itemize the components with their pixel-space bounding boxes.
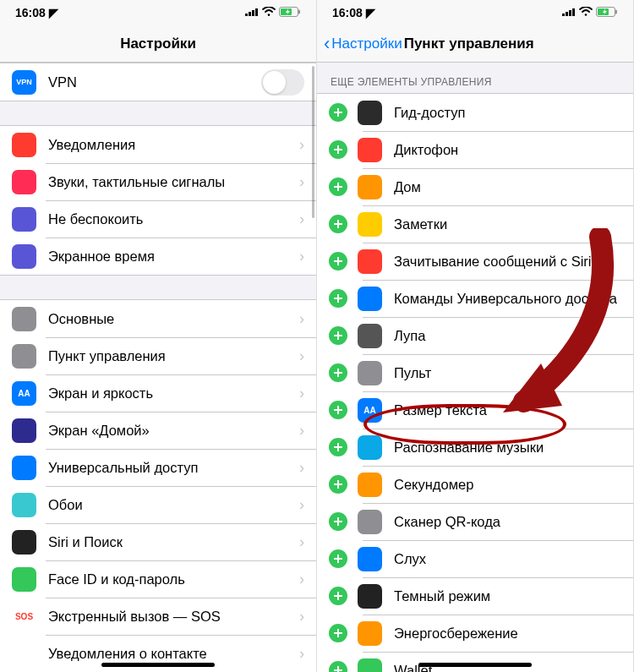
row-label: Siri и Поиск — [48, 534, 294, 550]
home-indicator[interactable] — [418, 663, 532, 667]
row-label: Диктофон — [394, 142, 621, 158]
settings-row[interactable]: Секундомер — [317, 466, 633, 503]
add-button[interactable] — [329, 215, 347, 233]
settings-row[interactable]: Зачитывание сообщений с Siri — [317, 243, 633, 280]
nav-bar: ‹ Настройки Пункт управления — [317, 25, 633, 63]
row-label: Экран и яркость — [48, 385, 294, 402]
add-button[interactable] — [329, 326, 347, 345]
add-button[interactable] — [329, 363, 347, 382]
signal-icon — [562, 6, 576, 19]
settings-row[interactable]: Команды Универсального доступа — [317, 280, 633, 317]
row-icon — [358, 658, 382, 673]
row-icon — [358, 547, 382, 571]
settings-row[interactable]: Универсальный доступ› — [0, 449, 316, 486]
add-button[interactable] — [329, 140, 347, 159]
add-button[interactable] — [329, 438, 347, 456]
row-icon: SOS — [12, 604, 36, 629]
add-button[interactable] — [329, 512, 347, 531]
add-button[interactable] — [329, 475, 347, 494]
svg-rect-11 — [572, 8, 575, 16]
settings-row[interactable]: Экранное время› — [0, 238, 316, 275]
settings-row[interactable]: Слух — [317, 540, 633, 577]
row-label: Лупа — [394, 328, 621, 344]
back-button[interactable]: ‹ Настройки — [317, 35, 402, 53]
home-indicator[interactable] — [101, 663, 215, 667]
vpn-toggle[interactable] — [261, 69, 304, 96]
row-icon — [12, 244, 36, 269]
chevron-left-icon: ‹ — [324, 35, 330, 53]
row-label: Секундомер — [394, 477, 621, 493]
settings-row[interactable]: Пункт управления› — [0, 337, 316, 374]
control-center-screen: 16:08 ◤ ‹ Настройки Пункт управления ЕЩЕ… — [317, 0, 634, 672]
chevron-right-icon: › — [299, 533, 304, 551]
status-time: 16:08 — [15, 6, 46, 19]
settings-row[interactable]: Обои› — [0, 486, 316, 523]
settings-row[interactable]: Лупа — [317, 317, 633, 354]
add-button[interactable] — [329, 549, 347, 568]
svg-rect-8 — [562, 14, 565, 16]
location-icon: ◤ — [49, 6, 58, 19]
row-label: Пункт управления — [48, 348, 294, 364]
row-label: Не беспокоить — [48, 211, 294, 227]
svg-rect-14 — [598, 8, 609, 15]
add-button[interactable] — [329, 624, 347, 642]
row-icon — [358, 361, 382, 385]
row-icon — [358, 473, 382, 497]
add-button[interactable] — [329, 661, 347, 672]
group-notifications: Уведомления›Звуки, тактильные сигналы›Не… — [0, 125, 316, 276]
row-icon — [12, 133, 36, 157]
add-button[interactable] — [329, 401, 347, 419]
section-header: ЕЩЕ ЭЛЕМЕНТЫ УПРАВЛЕНИЯ — [317, 63, 633, 93]
settings-row[interactable]: Распознавание музыки — [317, 429, 633, 466]
row-icon — [358, 435, 382, 460]
settings-row[interactable]: AAРазмер текста — [317, 391, 633, 429]
settings-row[interactable]: SOSЭкстренный вызов — SOS› — [0, 598, 316, 635]
svg-rect-10 — [569, 10, 571, 16]
settings-row[interactable]: Не беспокоить› — [0, 200, 316, 238]
settings-row[interactable]: Заметки — [317, 205, 633, 243]
row-label: Дом — [394, 179, 621, 195]
settings-row[interactable]: Гид-доступ — [317, 94, 633, 131]
vpn-icon: VPN — [12, 70, 36, 95]
row-icon — [358, 138, 382, 162]
row-icon — [358, 249, 382, 274]
settings-row[interactable]: Дом — [317, 168, 633, 205]
settings-row[interactable]: Пульт — [317, 354, 633, 391]
add-button[interactable] — [329, 252, 347, 270]
settings-row[interactable]: Диктофон — [317, 131, 633, 168]
settings-row[interactable]: Темный режим — [317, 577, 633, 615]
row-icon: AA — [358, 398, 382, 423]
signal-icon — [245, 6, 259, 19]
settings-row[interactable]: Face ID и код-пароль› — [0, 560, 316, 598]
row-icon — [12, 530, 36, 555]
settings-row[interactable]: Экран «Домой»› — [0, 412, 316, 449]
settings-row[interactable]: Энергосбережение — [317, 615, 633, 652]
row-icon — [358, 212, 382, 237]
row-label: Заметки — [394, 216, 621, 232]
add-button[interactable] — [329, 178, 347, 196]
settings-row[interactable]: Wallet — [317, 652, 633, 672]
chevron-right-icon: › — [299, 571, 304, 588]
more-controls-list: Гид-доступДиктофонДомЗаметкиЗачитывание … — [317, 93, 633, 672]
row-icon — [12, 456, 36, 480]
settings-row[interactable]: Основные› — [0, 300, 316, 337]
row-icon — [12, 207, 36, 232]
row-vpn[interactable]: VPN VPN — [0, 63, 316, 101]
row-label: Основные — [48, 311, 294, 327]
row-icon — [358, 584, 382, 609]
wifi-icon — [579, 6, 593, 19]
settings-row[interactable]: Уведомления› — [0, 126, 316, 163]
settings-row[interactable]: AAЭкран и яркость› — [0, 374, 316, 412]
control-content[interactable]: ЕЩЕ ЭЛЕМЕНТЫ УПРАВЛЕНИЯ Гид-доступДиктоф… — [317, 63, 633, 672]
settings-row[interactable]: Сканер QR-кода — [317, 503, 633, 540]
add-button[interactable] — [329, 103, 347, 122]
add-button[interactable] — [329, 289, 347, 308]
row-label: Команды Универсального доступа — [394, 291, 621, 307]
settings-row[interactable]: Звуки, тактильные сигналы› — [0, 163, 316, 200]
row-icon — [358, 287, 382, 311]
chevron-right-icon: › — [299, 496, 304, 514]
add-button[interactable] — [329, 587, 347, 605]
settings-row[interactable]: Siri и Поиск› — [0, 523, 316, 560]
svg-rect-6 — [281, 8, 292, 15]
settings-content[interactable]: VPN VPN Уведомления›Звуки, тактильные си… — [0, 63, 316, 672]
